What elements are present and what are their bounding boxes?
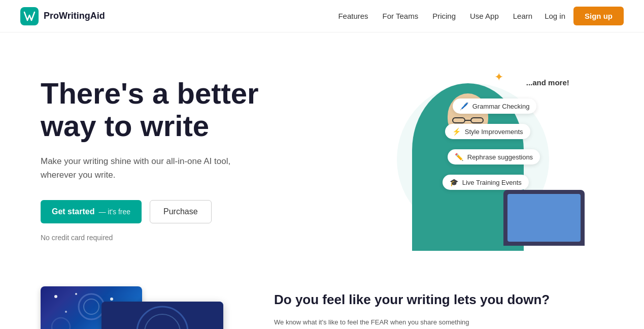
hero-left: There's a better way to write Make your … [41,77,332,242]
hero-right: ...and more! ✦ 🖊️ Grammar Checking ⚡ Sty… [332,63,624,256]
navbar: ProWritingAid Features For Teams Pricing… [0,0,644,32]
logo[interactable]: ProWritingAid [20,7,105,25]
star-icon: ✦ [494,71,503,84]
nav-links: Features For Teams Pricing Use App Learn [338,12,532,20]
nav-for-teams[interactable]: For Teams [383,12,419,20]
nav-pricing[interactable]: Pricing [432,12,456,20]
second-body: We know what it's like to feel the FEAR … [274,317,487,329]
purchase-button[interactable]: Purchase [150,200,212,223]
no-credit-text: No credit card required [41,234,332,242]
art-images: My idea in my head [41,286,233,329]
get-started-button[interactable]: Get started — it's free [41,200,142,223]
hero-buttons: Get started — it's free Purchase [41,200,332,223]
art-card-inner: My idea in my head [101,302,223,329]
art-card-front: My idea in my head [101,302,223,329]
grammar-icon: 🖊️ [460,102,468,110]
nav-learn[interactable]: Learn [513,12,532,20]
pill-training: 🎓 Live Training Events [443,175,529,190]
svg-point-9 [75,293,77,295]
hero-section: There's a better way to write Make your … [0,32,644,276]
second-section: My idea in my head Do you feel like your… [0,276,644,329]
pill-rephrase: ✏️ Rephrase suggestions [448,149,540,164]
style-icon: ⚡ [452,127,461,136]
art-svg [101,302,223,329]
pill-grammar: 🖊️ Grammar Checking [453,98,537,114]
logo-text: ProWritingAid [44,11,105,21]
signup-button[interactable]: Sign up [573,7,624,25]
nav-use-app[interactable]: Use App [470,12,499,20]
svg-rect-1 [453,118,465,123]
and-more-label: ...and more! [526,78,569,87]
svg-point-8 [54,295,57,298]
svg-rect-13 [101,302,223,329]
hero-headline: There's a better way to write [41,77,332,142]
svg-point-4 [79,294,104,319]
training-icon: 🎓 [450,178,458,186]
svg-point-6 [52,318,70,329]
svg-point-12 [65,311,67,313]
login-button[interactable]: Log in [545,12,565,20]
logo-icon [20,7,39,25]
nav-features[interactable]: Features [338,12,368,20]
rephrase-icon: ✏️ [455,153,463,161]
second-section-text: Do you feel like your writing lets you d… [274,286,624,329]
pill-style: ⚡ Style Improvements [445,124,530,139]
second-headline: Do you feel like your writing lets you d… [274,291,624,309]
hero-subtitle: Make your writing shine with our all-in-… [41,154,244,182]
svg-point-10 [110,298,113,301]
svg-point-5 [84,299,99,314]
laptop-screen [507,194,581,242]
hero-illustration: ...and more! ✦ 🖊️ Grammar Checking ⚡ Sty… [371,68,585,251]
laptop-illustration [503,190,585,246]
svg-rect-2 [471,118,483,123]
